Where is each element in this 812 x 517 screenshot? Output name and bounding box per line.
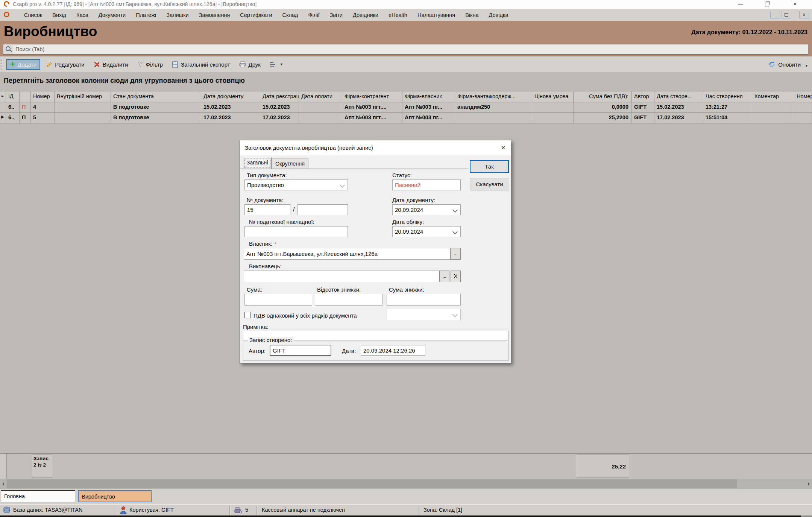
doc-type-combobox[interactable]: Производство [244,179,348,190]
executor-browse-button[interactable]: ... [439,271,449,282]
scroll-right-button[interactable]: › [805,479,812,489]
doc-number2-input[interactable] [297,204,348,215]
menu-item-7[interactable]: Сертифікати [240,12,272,18]
menu-item-10[interactable]: Звіти [330,12,343,18]
column-header-11[interactable]: Фірма-вантажоодерж... [455,91,532,102]
search-input[interactable]: Поиск (Tab) [3,44,808,55]
window-tab-1[interactable]: Виробництво [78,490,152,502]
ok-button[interactable]: Так [470,160,509,173]
column-header-0[interactable]: ≡ [0,91,6,102]
view-options-button[interactable]: ▼ [267,60,286,68]
column-header-5[interactable]: Стан документа [111,91,201,102]
required-mark: * [275,241,276,247]
cash-register-icon [234,506,242,514]
menu-item-0[interactable]: Список [24,12,42,18]
print-button[interactable]: Друк [236,60,264,69]
discount-percent-input[interactable] [315,294,382,306]
scrollbar-thumb[interactable] [7,479,737,488]
mdi-restore-button[interactable] [782,11,791,18]
sum-input[interactable] [244,294,312,306]
refresh-button[interactable]: Оновити ▼ [768,56,808,72]
column-header-12[interactable]: Цінова умова [532,91,574,102]
column-header-18[interactable]: Номер ко... [794,91,812,102]
delete-button[interactable]: Видалити [91,60,131,69]
doc-date-picker[interactable]: 20.09.2024 [392,204,461,215]
menu-item-5[interactable]: Залишки [166,12,188,18]
column-header-13[interactable]: Сума без ПДВ): [574,91,632,102]
menu-item-6[interactable]: Замовлення [199,12,230,18]
column-header-6[interactable]: Дата документу [201,91,260,102]
menu-item-2[interactable]: Каса [76,12,88,18]
doc-number-separator: / [293,206,295,213]
pencil-icon [46,61,52,68]
menu-item-13[interactable]: Налаштування [417,12,455,18]
counter-value: 5 [245,507,248,513]
menu-item-4[interactable]: Платежі [136,12,156,18]
owner-input[interactable]: Апт №003 пгт.Барышевка, ул.Киевский шлях… [244,248,451,260]
table-row-1[interactable]: ▶6..П5В подготовке17.02.202317.02.2023Ап… [0,113,812,123]
account-date-picker[interactable]: 20.09.2024 [392,226,461,237]
author-label: Автор: [249,348,266,354]
list-icon [270,62,276,67]
menu-item-1[interactable]: Вихід [52,12,66,18]
created-date-label: Дата: [342,348,356,354]
executor-input[interactable] [244,271,439,282]
export-button[interactable]: Загальний експорт [169,60,233,69]
tab-general[interactable]: Загальні [243,157,272,169]
toolbar-grip[interactable] [2,59,4,70]
vat-checkbox-label[interactable]: ПДВ однаковий у всіх рядків документа [253,312,357,319]
edit-button[interactable]: Редагувати [43,60,88,69]
status-label: Статус: [392,172,412,178]
column-header-8[interactable]: Дата оплати [299,91,342,102]
created-groupbox: Запис створено: Автор: GIFT Дата: 20.09.… [243,340,508,361]
mdi-close-button[interactable]: x [799,11,809,18]
column-header-9[interactable]: Фірма-контрагент [342,91,402,102]
record-count: Запис 2 із 2 [32,455,52,478]
scroll-left-button[interactable]: ‹ [0,479,7,489]
owner-browse-button[interactable]: ... [451,248,461,260]
menu-item-3[interactable]: Документи [99,12,126,18]
column-header-14[interactable]: Автор [632,91,654,102]
table-cell [532,102,574,113]
vat-checkbox[interactable] [244,312,251,318]
cancel-button[interactable]: Скасувати [470,178,509,190]
column-header-7[interactable]: Дата реєстрації [260,91,299,102]
discount-sum-input[interactable] [387,294,461,306]
window-close-button[interactable]: × [789,0,801,8]
floppy-icon [172,61,178,68]
window-title: Скарб pro v. 4.0.2.77 [ІД: 969] - [Апт №… [13,1,257,7]
menu-item-8[interactable]: Склад [282,12,298,18]
table-cell [752,113,794,123]
menu-item-12[interactable]: eHealth [389,12,407,18]
window-restore-button[interactable] [761,0,773,8]
window-tab-0[interactable]: Головна [1,490,75,502]
column-header-16[interactable]: Час створення [703,91,752,102]
column-header-4[interactable]: Внутрішній номер [55,91,111,102]
tab-rounding[interactable]: Округлення [272,158,308,169]
executor-clear-button[interactable]: X [451,271,461,282]
column-header-2[interactable] [20,91,31,102]
add-button[interactable]: + Додати [7,59,40,70]
table-cell: 15:51:04 [703,113,752,123]
table-row-0[interactable]: 6..П4В подготовке15.02.202315.02.2023Апт… [0,102,812,113]
horizontal-scrollbar[interactable]: ‹ › [0,479,812,489]
menu-item-14[interactable]: Вікна [465,12,478,18]
window-minimize-button[interactable]: — [735,0,746,8]
vat-rate-combobox[interactable] [387,309,461,320]
mdi-minimize-button[interactable]: _ [770,11,780,18]
menu-item-11[interactable]: Довідники [353,12,378,18]
column-header-10[interactable]: Фірма-власник [402,91,455,102]
author-input[interactable]: GIFT [270,345,331,356]
column-header-3[interactable]: Номер [31,91,55,102]
dialog-close-icon[interactable]: × [501,143,505,152]
doc-number-input[interactable]: 15 [244,204,290,215]
menu-item-15[interactable]: Довідка [489,12,508,18]
group-by-panel[interactable]: Перетягніть заголовок колонки сюди для у… [0,72,812,91]
summary-grip [0,454,7,479]
column-header-17[interactable]: Коментар [752,91,794,102]
filter-button[interactable]: Фільтр [134,60,166,69]
column-header-1[interactable]: ІД [6,91,20,102]
tax-invoice-input[interactable] [244,226,348,237]
menu-item-9[interactable]: Філії [308,12,320,18]
column-header-15[interactable]: Дата створе... [654,91,703,102]
